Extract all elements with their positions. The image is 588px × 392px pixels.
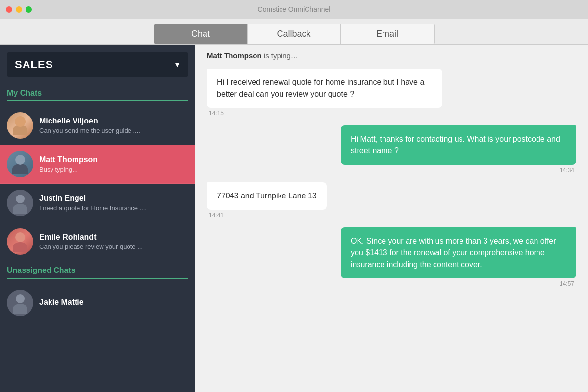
typing-name: Matt Thompson bbox=[207, 51, 262, 60]
chat-name-justin: Justin Engel bbox=[39, 194, 188, 203]
message-row-1: Hi I received renewal quote for home ins… bbox=[207, 69, 576, 117]
chat-name-matt: Matt Thompson bbox=[39, 155, 188, 164]
sidebar: SALES ▼ My Chats Michelle Viljoen Can yo… bbox=[0, 45, 195, 392]
message-row-3: 77043 and Turnpike Lane 13 14:41 bbox=[207, 182, 576, 219]
avatar-jakie bbox=[7, 290, 33, 316]
close-button[interactable] bbox=[6, 6, 12, 13]
message-time-3: 14:41 bbox=[207, 212, 226, 219]
tab-container: Chat Callback Email bbox=[154, 24, 435, 44]
message-row-2: Hi Matt, thanks for contacting us. What … bbox=[207, 125, 576, 173]
main-content: SALES ▼ My Chats Michelle Viljoen Can yo… bbox=[0, 45, 588, 392]
messages-container: Hi I received renewal quote for home ins… bbox=[195, 64, 588, 392]
title-bar: Comstice OmniChannel bbox=[0, 0, 588, 19]
app-title: Comstice OmniChannel bbox=[258, 5, 331, 13]
message-time-1: 14:15 bbox=[207, 110, 226, 117]
message-time-4: 14:57 bbox=[558, 280, 576, 287]
chat-name-michelle: Michelle Viljoen bbox=[39, 117, 188, 125]
typing-text: is typing… bbox=[262, 51, 298, 60]
dropdown-arrow-icon: ▼ bbox=[174, 61, 180, 69]
chat-item-michelle[interactable]: Michelle Viljoen Can you send me the use… bbox=[0, 106, 195, 145]
chat-info-jakie: Jakie Mattie bbox=[39, 298, 188, 308]
chat-item-matt[interactable]: Matt Thompson Busy typing... bbox=[0, 145, 195, 184]
chat-preview-michelle: Can you send me the user guide .... bbox=[39, 127, 188, 134]
queue-dropdown[interactable]: SALES ▼ bbox=[7, 52, 188, 77]
tab-email[interactable]: Email bbox=[341, 24, 434, 44]
chat-info-emile: Emile Rohlandt Can you please review you… bbox=[39, 233, 188, 250]
queue-label: SALES bbox=[15, 58, 53, 71]
message-bubble-1: Hi I received renewal quote for home ins… bbox=[207, 69, 442, 108]
window-controls bbox=[6, 6, 32, 13]
maximize-button[interactable] bbox=[26, 6, 32, 13]
tab-bar: Chat Callback Email bbox=[0, 19, 588, 45]
chat-name-jakie: Jakie Mattie bbox=[39, 298, 188, 307]
my-chats-divider bbox=[7, 100, 188, 101]
avatar-justin bbox=[7, 190, 33, 216]
chat-info-michelle: Michelle Viljoen Can you send me the use… bbox=[39, 117, 188, 134]
unassigned-chats-header: Unassigned Chats bbox=[0, 261, 195, 278]
tab-callback[interactable]: Callback bbox=[248, 24, 341, 44]
tab-chat[interactable]: Chat bbox=[154, 24, 248, 44]
chat-info-justin: Justin Engel I need a quote for Home Ins… bbox=[39, 194, 188, 212]
message-time-2: 14:34 bbox=[558, 167, 576, 173]
message-bubble-4: OK. Since your are with us more than 3 y… bbox=[341, 227, 576, 278]
message-bubble-3: 77043 and Turnpike Lane 13 bbox=[207, 182, 327, 210]
chat-preview-emile: Can you please review your quote ... bbox=[39, 243, 188, 250]
message-bubble-2: Hi Matt, thanks for contacting us. What … bbox=[341, 125, 576, 165]
chat-name-emile: Emile Rohlandt bbox=[39, 233, 188, 242]
chat-area: Matt Thompson is typing… Hi I received r… bbox=[195, 45, 588, 392]
avatar-emile bbox=[7, 228, 33, 255]
chat-preview-matt: Busy typing... bbox=[39, 166, 188, 173]
chat-info-matt: Matt Thompson Busy typing... bbox=[39, 155, 188, 173]
typing-indicator: Matt Thompson is typing… bbox=[195, 45, 588, 64]
chat-item-jakie[interactable]: Jakie Mattie bbox=[0, 284, 195, 322]
my-chats-header: My Chats bbox=[0, 84, 195, 100]
unassigned-chats-divider bbox=[7, 278, 188, 279]
chat-item-justin[interactable]: Justin Engel I need a quote for Home Ins… bbox=[0, 184, 195, 222]
avatar-matt bbox=[7, 151, 33, 177]
minimize-button[interactable] bbox=[16, 6, 22, 13]
chat-item-emile[interactable]: Emile Rohlandt Can you please review you… bbox=[0, 222, 195, 261]
message-row-4: OK. Since your are with us more than 3 y… bbox=[207, 227, 576, 287]
avatar-michelle bbox=[7, 112, 33, 139]
chat-preview-justin: I need a quote for Home Insurance .... bbox=[39, 204, 188, 212]
